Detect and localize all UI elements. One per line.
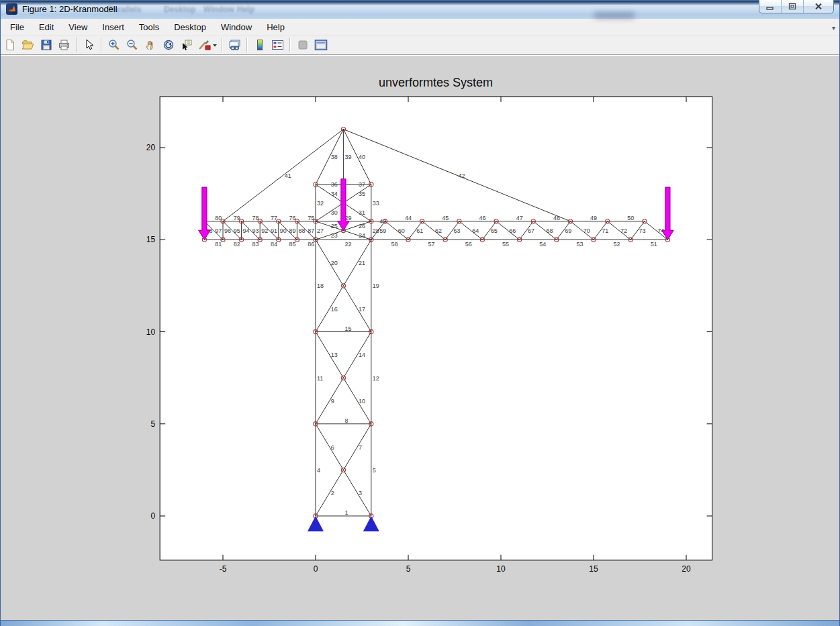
- brush-data-button[interactable]: [196, 37, 218, 53]
- member-label: 71: [602, 227, 608, 234]
- member-label: 37: [359, 181, 365, 188]
- zoom-out-button[interactable]: [124, 37, 140, 53]
- member-label: 24: [359, 232, 365, 239]
- member-label: 62: [435, 227, 442, 234]
- insert-legend-button[interactable]: [269, 37, 286, 53]
- member-label: 39: [344, 154, 351, 160]
- member-label: 30: [331, 209, 338, 216]
- plot-area[interactable]: -505101520051015201234567891011121314151…: [1, 0, 840, 626]
- member-label: 97: [215, 227, 222, 234]
- figure-toolbar: [1, 36, 839, 55]
- member-label: 20: [331, 260, 338, 266]
- link-plots-button[interactable]: [226, 37, 243, 53]
- save-figure-button[interactable]: [38, 37, 54, 53]
- title-bar[interactable]: Parallels Desktop Window Help Figure 1: …: [1, 0, 839, 19]
- new-document-icon: [4, 39, 16, 51]
- member-label: 22: [344, 241, 351, 248]
- y-tick-label: 5: [150, 419, 155, 429]
- member-label: 68: [547, 227, 553, 234]
- member-label: 94: [243, 227, 250, 234]
- x-tick-label: -5: [220, 564, 227, 574]
- member-label: 90: [280, 227, 287, 234]
- menu-edit[interactable]: Edit: [32, 20, 60, 34]
- member-label: 85: [289, 241, 296, 248]
- restore-icon: [788, 3, 796, 10]
- x-tick-label: 15: [589, 564, 598, 574]
- toolbar-separator: [246, 38, 248, 52]
- menu-window[interactable]: Window: [214, 20, 259, 34]
- member-label: 42: [458, 172, 465, 179]
- edit-plot-button[interactable]: [81, 37, 97, 53]
- member-label: 4: [317, 467, 320, 474]
- member-label: 45: [442, 215, 449, 221]
- member-label: 64: [472, 227, 479, 234]
- data-cursor-button[interactable]: [178, 37, 195, 53]
- x-tick-label: 20: [682, 564, 691, 574]
- open-file-button[interactable]: [19, 37, 36, 53]
- member-label: 13: [331, 352, 338, 358]
- menu-view[interactable]: View: [62, 20, 94, 34]
- member-label: 1: [344, 509, 348, 516]
- show-plot-tools-button[interactable]: [312, 37, 329, 53]
- menu-desktop[interactable]: Desktop: [167, 20, 213, 34]
- member-label: 6: [331, 444, 334, 451]
- menu-bar: File Edit View Insert Tools Desktop Wind…: [1, 19, 839, 36]
- taskbar-glass-strip: [1, 620, 839, 626]
- new-figure-button[interactable]: [1, 37, 18, 53]
- member-label: 7: [359, 444, 362, 451]
- y-tick-label: 20: [146, 143, 156, 152]
- ghost-blob: [594, 12, 635, 19]
- member-label: 57: [428, 241, 435, 248]
- print-figure-button[interactable]: [56, 37, 73, 53]
- matlab-figure-icon: [6, 3, 17, 15]
- pan-button[interactable]: [142, 37, 158, 53]
- member-label: 65: [491, 227, 498, 234]
- zoom-in-icon: [108, 39, 120, 51]
- rotate-icon: [162, 39, 175, 51]
- toolbar-separator: [76, 38, 77, 52]
- member-label: 19: [373, 282, 379, 289]
- minimize-button[interactable]: [759, 0, 782, 13]
- close-button[interactable]: [804, 0, 833, 13]
- member-label: 84: [271, 241, 277, 248]
- restore-button[interactable]: [782, 0, 804, 13]
- menu-help[interactable]: Help: [260, 20, 291, 34]
- y-tick-label: 15: [146, 235, 156, 244]
- menu-tools[interactable]: Tools: [132, 20, 166, 34]
- member-label: 27: [317, 227, 324, 234]
- menu-file[interactable]: File: [3, 20, 31, 34]
- member-label: 33: [373, 200, 379, 207]
- member-label: 96: [224, 227, 231, 234]
- y-tick-label: 0: [150, 511, 155, 521]
- ghost-text-window: Window: [203, 5, 234, 14]
- member-label: 60: [398, 227, 405, 234]
- insert-colorbar-button[interactable]: [251, 37, 268, 53]
- close-icon: [814, 3, 823, 10]
- member-label: 92: [261, 227, 268, 234]
- menubar-overflow-icon[interactable]: ▾: [832, 24, 835, 32]
- member-label: 87: [308, 227, 314, 234]
- rotate-3d-button[interactable]: [160, 37, 177, 53]
- member-label: 26: [359, 223, 365, 229]
- figure-window: { "window": { "title": "Figure 1: 2D-Kra…: [0, 0, 840, 626]
- member-label: 48: [553, 215, 560, 221]
- member-label: 69: [565, 227, 571, 234]
- member-label: 49: [590, 215, 597, 221]
- member-label: 35: [359, 191, 365, 197]
- member-label: 8: [344, 417, 348, 424]
- data-cursor-icon: [181, 39, 193, 51]
- hide-plot-tools-button[interactable]: [294, 37, 311, 53]
- member-label: 81: [215, 241, 222, 248]
- member-label: 52: [614, 241, 620, 248]
- ghost-text-desktop: Desktop: [164, 5, 195, 14]
- axes-box: [160, 97, 712, 560]
- hide-plot-tools-icon: [297, 40, 308, 50]
- member-label: 72: [620, 227, 627, 234]
- member-label: 17: [359, 306, 365, 313]
- member-label: 50: [627, 215, 634, 221]
- y-tick-label: 10: [146, 327, 156, 337]
- menu-insert[interactable]: Insert: [95, 20, 131, 34]
- member-label: 95: [234, 227, 240, 234]
- zoom-in-button[interactable]: [105, 37, 122, 53]
- member-label: 46: [479, 215, 486, 221]
